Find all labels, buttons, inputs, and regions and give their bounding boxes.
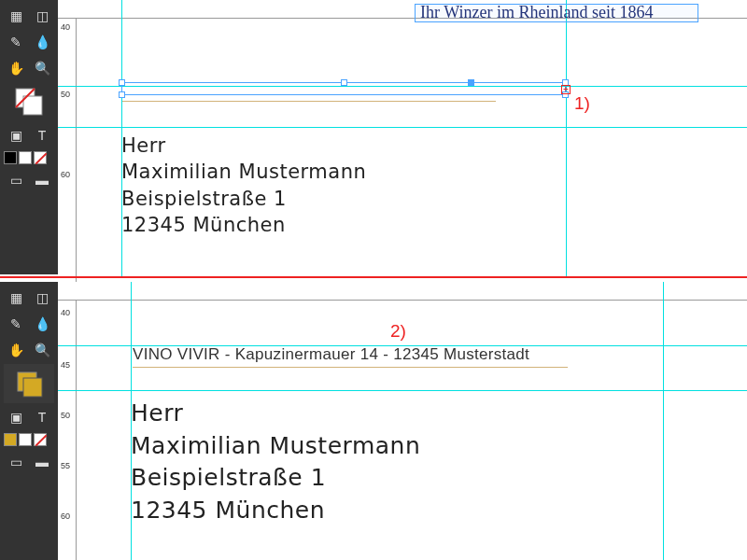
hand-tool-icon[interactable]: ✋ (4, 338, 28, 362)
hand-tool-icon[interactable]: ✋ (4, 56, 28, 80)
comparison-divider (0, 276, 747, 278)
ruler-tick-label: 50 (61, 90, 70, 99)
address-block[interactable]: Herr Maximilian Mustermann Beispielstraß… (131, 398, 420, 526)
pen-tool-icon[interactable]: ✎ (4, 312, 28, 336)
pen-tool-icon[interactable]: ✎ (4, 30, 28, 54)
resize-handle[interactable] (119, 91, 125, 98)
direct-select-tool-icon[interactable]: ◫ (30, 4, 54, 28)
fill-stroke-swap-icon[interactable] (4, 82, 54, 121)
swatch-none[interactable] (34, 433, 47, 446)
address-line: Herr (121, 133, 366, 159)
swatch-yellow[interactable] (4, 433, 17, 446)
address-line: Beispielstraße 1 (121, 186, 366, 212)
vertical-ruler: 40 50 60 40 45 50 55 60 (58, 0, 77, 560)
ruler-tick-label: 60 (61, 170, 70, 179)
view-mode-preview-icon[interactable]: ▬ (30, 450, 54, 474)
ruler-tick-label: 40 (61, 22, 70, 32)
overset-text-icon[interactable]: + (561, 85, 571, 94)
svg-rect-1 (23, 96, 42, 115)
annotation-label: 1) (574, 93, 590, 114)
sender-underline (133, 367, 568, 368)
svg-rect-4 (23, 378, 42, 397)
address-line: Beispielstraße 1 (131, 462, 420, 495)
type-tool-icon[interactable]: T (30, 123, 54, 147)
sender-line[interactable]: VINO VIVIR - Kapuzinermauer 14 - 12345 M… (133, 345, 529, 364)
direct-select-tool-icon[interactable]: ◫ (30, 286, 54, 310)
guide-horizontal[interactable] (58, 390, 747, 391)
ruler-tick-label: 40 (61, 308, 70, 317)
fill-stroke-swap-icon[interactable] (4, 364, 54, 403)
guide-vertical[interactable] (566, 0, 567, 276)
resize-handle[interactable] (119, 79, 125, 86)
anchor-handle[interactable] (468, 79, 474, 86)
ruler-tick-label: 50 (61, 411, 70, 420)
view-mode-normal-icon[interactable]: ▭ (4, 450, 28, 474)
selected-text-frame[interactable]: + (121, 82, 566, 95)
selection-tool-icon[interactable]: ▦ (4, 4, 28, 28)
swatch-none[interactable] (34, 151, 47, 164)
tool-panel-top: ▦ ◫ ✎ 💧 ✋ 🔍 ▣ T ▭ ▬ (0, 0, 58, 274)
color-swatch-row (4, 431, 54, 448)
view-mode-preview-icon[interactable]: ▬ (30, 168, 54, 192)
address-line: Herr (131, 398, 420, 430)
ruler-tick-label: 45 (61, 360, 70, 370)
type-tool-icon[interactable]: T (30, 405, 54, 429)
format-container-icon[interactable]: ▣ (4, 123, 28, 147)
address-line: Maximilian Mustermann (131, 430, 420, 463)
guide-vertical[interactable] (663, 282, 664, 560)
frame-underline (122, 101, 496, 102)
address-line: 12345 München (131, 495, 420, 527)
tagline-text: Ihr Winzer im Rheinland seit 1864 (420, 3, 653, 22)
format-container-icon[interactable]: ▣ (4, 405, 28, 429)
zoom-tool-icon[interactable]: 🔍 (30, 56, 54, 80)
annotation-label: 2) (390, 321, 406, 342)
guide-horizontal[interactable] (58, 127, 747, 128)
eyedropper-tool-icon[interactable]: 💧 (30, 312, 54, 336)
resize-handle[interactable] (341, 79, 347, 86)
selection-tool-icon[interactable]: ▦ (4, 286, 28, 310)
color-swatch-row (4, 149, 54, 166)
swatch-black[interactable] (4, 151, 17, 164)
zoom-tool-icon[interactable]: 🔍 (30, 338, 54, 362)
eyedropper-tool-icon[interactable]: 💧 (30, 30, 54, 54)
address-line: Maximilian Mustermann (121, 159, 366, 185)
ruler-tick-label: 60 (61, 511, 70, 521)
address-block[interactable]: Herr Maximilian Mustermann Beispielstraß… (121, 133, 366, 238)
ruler-tick-label: 55 (61, 461, 70, 470)
swatch-white[interactable] (19, 433, 32, 446)
horizontal-ruler-bottom (58, 282, 747, 301)
tool-panel-bottom: ▦ ◫ ✎ 💧 ✋ 🔍 ▣ T ▭ ▬ (0, 282, 58, 560)
swatch-white[interactable] (19, 151, 32, 164)
view-mode-normal-icon[interactable]: ▭ (4, 168, 28, 192)
address-line: 12345 München (121, 212, 366, 238)
